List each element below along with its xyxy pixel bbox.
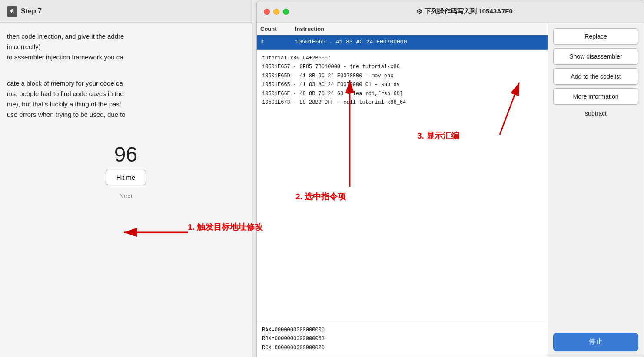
table-header: Count Instruction	[257, 23, 548, 35]
next-button[interactable]: Next	[102, 188, 150, 203]
registers-area: RAX=0000000000000000 RBX=000000000000006…	[257, 321, 548, 357]
tutorial-number: 96	[0, 142, 252, 166]
dialog-left-panel: Count Instruction 3 10501E665 - 41 83 AC…	[257, 23, 548, 357]
show-disassembler-button[interactable]: Show disassembler	[553, 48, 638, 65]
tutorial-window: € Step 7 then code injection, and give i…	[0, 0, 252, 357]
tutorial-content: then code injection, and give it the add…	[0, 23, 252, 134]
subtract-label: subtract	[553, 108, 638, 119]
code-line-2: 10501E65D - 41 8B 9C 24 E0070000 - mov e…	[262, 72, 542, 80]
table-cell-count: 3	[260, 39, 295, 45]
reg-rbx: RBX=0000000000000063	[262, 334, 542, 343]
code-line-5: 10501E673 - E8 28B3FDFF - call tutorial-…	[262, 98, 542, 107]
reg-rcx: RCX=0000000000000020	[262, 344, 542, 352]
code-area: tutorial-x86_64+2B665: 10501E657 - 0F85 …	[257, 49, 548, 321]
tutorial-title: Step 7	[21, 7, 42, 15]
dialog-titlebar: ⚙ 下列操作码写入到 10543A7F0	[257, 0, 644, 23]
more-information-button[interactable]: More information	[553, 88, 638, 105]
maximize-button[interactable]	[283, 9, 289, 15]
reg-rax: RAX=0000000000000000	[262, 326, 542, 334]
tutorial-text-1: then code injection, and give it the add…	[7, 31, 245, 63]
hit-me-button[interactable]: Hit me	[106, 170, 146, 185]
dialog-title-text: 下列操作码写入到 10543A7F0	[425, 7, 513, 16]
dialog-right-panel: Replace Show disassembler Add to the cod…	[548, 23, 644, 357]
dialog-title: ⚙ 下列操作码写入到 10543A7F0	[292, 7, 637, 16]
code-line-1: 10501E657 - 0F85 7B010000 - jne tutorial…	[262, 63, 542, 71]
minimize-button[interactable]	[273, 9, 279, 15]
main-dialog: ⚙ 下列操作码写入到 10543A7F0 Count Instruction 3…	[256, 0, 644, 357]
tutorial-text-2: cate a block of memory for your code cam…	[7, 78, 245, 120]
tutorial-titlebar: € Step 7	[0, 0, 252, 23]
tutorial-icon: €	[7, 6, 17, 17]
code-line-3: 10501E665 - 41 83 AC 24 E0070000 01 - su…	[262, 80, 542, 89]
code-line-0: tutorial-x86_64+2B665:	[262, 54, 542, 63]
dialog-title-icon: ⚙	[416, 8, 422, 16]
col-header-instruction: Instruction	[295, 26, 544, 32]
table-cell-instruction: 10501E665 - 41 83 AC 24 E00700000	[295, 39, 544, 45]
code-line-4: 10501E66E - 48 8D 7C 24 60 - lea rdi,[rs…	[262, 89, 542, 98]
col-header-count: Count	[260, 26, 295, 32]
close-button[interactable]	[264, 9, 270, 15]
stop-button[interactable]: 停止	[553, 333, 638, 351]
dialog-body: Count Instruction 3 10501E665 - 41 83 AC…	[257, 23, 644, 357]
add-to-codelist-button[interactable]: Add to the codelist	[553, 68, 638, 85]
table-row[interactable]: 3 10501E665 - 41 83 AC 24 E00700000	[257, 35, 548, 49]
replace-button[interactable]: Replace	[553, 28, 638, 45]
